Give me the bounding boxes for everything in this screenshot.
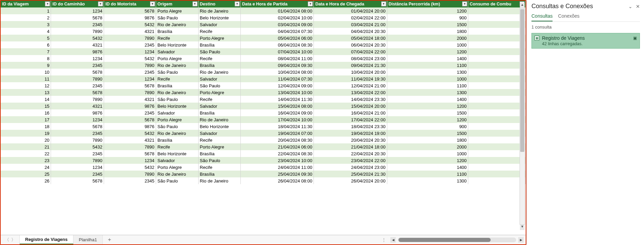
cell-orig[interactable]: Brasília <box>156 82 199 89</box>
cell-dep[interactable]: 23/04/2024 10:00 <box>241 157 314 164</box>
column-header-orig[interactable]: Origem▼ <box>156 1 199 7</box>
hscroll-left-icon[interactable]: ◀ <box>390 237 396 243</box>
cell-dep[interactable]: 19/04/2024 07:00 <box>241 130 314 137</box>
cell-dist[interactable]: 1400 <box>387 164 468 171</box>
cell-driver[interactable]: 7890 <box>104 171 156 177</box>
cell-orig[interactable]: Salvador <box>156 48 199 55</box>
cell-fuel[interactable] <box>468 143 526 150</box>
cell-dep[interactable]: 16/04/2024 09:00 <box>241 109 314 116</box>
cell-id[interactable]: 15 <box>1 103 51 109</box>
cell-orig[interactable]: Recife <box>156 35 199 41</box>
cell-dest[interactable]: Belo Horizonte <box>198 14 241 21</box>
cell-dist[interactable]: 1800 <box>387 137 468 143</box>
cell-dep[interactable]: 15/04/2024 08:00 <box>241 103 314 109</box>
cell-driver[interactable]: 2345 <box>104 69 156 75</box>
cell-truck[interactable]: 1234 <box>51 116 104 123</box>
cell-dist[interactable]: 1000 <box>387 150 468 157</box>
table-row[interactable]: 798761234SalvadorSão Paulo07/04/2024 10:… <box>1 48 526 55</box>
cell-dest[interactable]: Porto Alegre <box>198 35 241 41</box>
cell-truck[interactable]: 5678 <box>51 177 104 184</box>
cell-fuel[interactable] <box>468 164 526 171</box>
tab-split-handle[interactable]: ⋮ <box>382 237 388 243</box>
cell-dep[interactable]: 01/04/2024 08:00 <box>241 7 314 14</box>
cell-dist[interactable]: 900 <box>387 14 468 21</box>
filter-dropdown-icon[interactable]: ▼ <box>462 1 467 6</box>
query-peek-icon[interactable]: ▣ <box>632 35 638 41</box>
cell-arr[interactable]: 19/04/2024 19:00 <box>314 130 387 137</box>
column-header-dep[interactable]: Data e Hora de Partida▼ <box>241 1 314 7</box>
cell-id[interactable]: 26 <box>1 177 51 184</box>
cell-id[interactable]: 12 <box>1 82 51 89</box>
cell-fuel[interactable] <box>468 123 526 130</box>
cell-dest[interactable]: Rio de Janeiro <box>198 177 241 184</box>
cell-id[interactable]: 9 <box>1 62 51 69</box>
table-row[interactable]: 812345432Porto AlegreRecife08/04/2024 11… <box>1 55 526 62</box>
table-row[interactable]: 323455432Rio de JaneiroSalvador03/04/202… <box>1 21 526 28</box>
cell-dist[interactable]: 1400 <box>387 96 468 103</box>
cell-dist[interactable]: 1300 <box>387 177 468 184</box>
cell-dest[interactable]: Rio de Janeiro <box>198 7 241 14</box>
cell-dest[interactable]: Salvador <box>198 21 241 28</box>
cell-arr[interactable]: 11/04/2024 19:30 <box>314 75 387 82</box>
hscroll-right-icon[interactable]: ▶ <box>518 237 524 243</box>
scroll-up-icon[interactable]: ▲ <box>520 3 525 8</box>
cell-dep[interactable]: 21/04/2024 06:00 <box>241 143 314 150</box>
cell-orig[interactable]: Rio de Janeiro <box>156 21 199 28</box>
cell-dist[interactable]: 1000 <box>387 41 468 48</box>
filter-dropdown-icon[interactable]: ▼ <box>308 1 313 6</box>
cell-fuel[interactable] <box>468 82 526 89</box>
cell-truck[interactable]: 2345 <box>51 21 104 28</box>
cell-id[interactable]: 3 <box>1 21 51 28</box>
filter-dropdown-icon[interactable]: ▼ <box>192 1 198 6</box>
cell-driver[interactable]: 9876 <box>104 123 156 130</box>
cell-arr[interactable]: 15/04/2024 20:00 <box>314 103 387 109</box>
cell-id[interactable]: 2 <box>1 14 51 21</box>
tab-next-icon[interactable]: 〉 <box>11 237 16 243</box>
table-row[interactable]: 478904321BrasíliaRecife04/04/2024 07:300… <box>1 28 526 35</box>
scroll-thumb[interactable] <box>520 9 524 152</box>
cell-dist[interactable]: 1500 <box>387 21 468 28</box>
table-row[interactable]: 1178901234RecifeSalvador11/04/2024 07:30… <box>1 75 526 82</box>
cell-truck[interactable]: 7890 <box>51 157 104 164</box>
cell-arr[interactable]: 07/04/2024 22:00 <box>314 48 387 55</box>
cell-orig[interactable]: Rio de Janeiro <box>156 171 199 177</box>
cell-dep[interactable]: 26/04/2024 08:00 <box>241 177 314 184</box>
cell-arr[interactable]: 24/04/2024 23:00 <box>314 164 387 171</box>
cell-driver[interactable]: 4321 <box>104 137 156 143</box>
table-row[interactable]: 923457890Rio de JaneiroBrasília09/04/202… <box>1 62 526 69</box>
cell-id[interactable]: 7 <box>1 48 51 55</box>
cell-dest[interactable]: Rio de Janeiro <box>198 116 241 123</box>
cell-dest[interactable]: Brasília <box>198 62 241 69</box>
cell-dest[interactable]: São Paulo <box>198 157 241 164</box>
cell-dist[interactable]: 1200 <box>387 48 468 55</box>
cell-arr[interactable]: 17/04/2024 22:00 <box>314 116 387 123</box>
cell-orig[interactable]: São Paulo <box>156 177 199 184</box>
cell-orig[interactable]: Recife <box>156 143 199 150</box>
cell-dest[interactable]: Salvador <box>198 130 241 137</box>
table-row[interactable]: 1923455432Rio de JaneiroSalvador19/04/20… <box>1 130 526 137</box>
cell-truck[interactable]: 9876 <box>51 48 104 55</box>
cell-dist[interactable]: 1300 <box>387 69 468 75</box>
cell-orig[interactable]: Brasília <box>156 28 199 35</box>
cell-dest[interactable]: Brasília <box>198 109 241 116</box>
cell-dep[interactable]: 18/04/2024 11:30 <box>241 123 314 130</box>
cell-driver[interactable]: 5432 <box>104 55 156 62</box>
cell-driver[interactable]: 7890 <box>104 62 156 69</box>
table-row[interactable]: 2223455678Belo HorizonteBrasília22/04/20… <box>1 150 526 157</box>
cell-id[interactable]: 4 <box>1 28 51 35</box>
panel-tab-conexoes[interactable]: Conexões <box>558 13 579 21</box>
cell-dep[interactable]: 05/04/2024 06:00 <box>241 35 314 41</box>
cell-driver[interactable]: 9876 <box>104 103 156 109</box>
cell-driver[interactable]: 5678 <box>104 150 156 157</box>
cell-driver[interactable]: 2345 <box>104 41 156 48</box>
cell-orig[interactable]: São Paulo <box>156 123 199 130</box>
table-row[interactable]: 256789876São PauloBelo Horizonte02/04/20… <box>1 14 526 21</box>
cell-id[interactable]: 24 <box>1 164 51 171</box>
vertical-scrollbar[interactable]: ▲ ▼ <box>520 8 525 225</box>
cell-orig[interactable]: Belo Horizonte <box>156 150 199 157</box>
cell-id[interactable]: 23 <box>1 157 51 164</box>
column-header-driver[interactable]: ID do Motorista▼ <box>104 1 156 7</box>
cell-arr[interactable]: 25/04/2024 21:30 <box>314 171 387 177</box>
table-row[interactable]: 2378901234SalvadorSão Paulo23/04/2024 10… <box>1 157 526 164</box>
cell-truck[interactable]: 7890 <box>51 28 104 35</box>
